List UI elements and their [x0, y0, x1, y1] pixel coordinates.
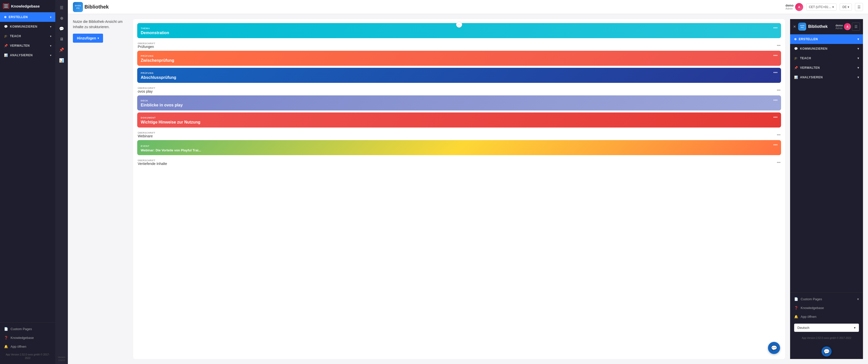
right-chevron-4: ▾: [858, 75, 859, 79]
nav-item-verwalten[interactable]: 📌 VERWALTEN ▾: [0, 41, 55, 51]
chat-bubble[interactable]: 💬: [768, 342, 780, 354]
heading-row-webinare[interactable]: ÜBERSCHRIFT Webinare •••: [137, 130, 781, 139]
library-list[interactable]: − THEMA Demonstration ••• ÜBERSCHRIFT Pr…: [133, 19, 785, 359]
bottom-nav-app-offnen[interactable]: 🔔 App öffnen: [0, 342, 55, 351]
three-dots-1[interactable]: •••: [777, 43, 780, 47]
nav-label-analysieren: ANALYSIEREN: [10, 54, 33, 57]
card-einblicke[interactable]: DECK Einblicke in ovos play •••: [137, 95, 781, 110]
close-button[interactable]: ✕: [793, 25, 796, 29]
nav-item-kommunizieren[interactable]: 💬 KOMMUNIZIEREN ▾: [0, 22, 55, 31]
language-selector[interactable]: DE ▾: [840, 3, 852, 10]
top-bar-right: demo Admin A CET (UTC+01:... ▾ DE ▾ ☰: [785, 3, 863, 11]
heading-row-ovos-play[interactable]: ÜBERSCHRIFT ovos play •••: [137, 85, 781, 94]
add-button[interactable]: Hinzufügen ▾: [73, 34, 103, 43]
right-pin-icon: 📌: [794, 66, 798, 70]
mini-pin-icon[interactable]: 📌: [57, 45, 67, 55]
card-menu-icon-5[interactable]: •••: [773, 98, 778, 102]
right-nav-kommunizieren[interactable]: 💬 KOMMUNIZIEREN ▾: [790, 44, 863, 54]
right-chat-bubble[interactable]: 💬: [822, 346, 832, 357]
card-menu-icon-2[interactable]: •••: [773, 53, 778, 58]
right-version: App Version 2.52.0 ovos gmbh © 2017-2022: [790, 334, 863, 342]
lang-select-chevron: ▾: [854, 326, 856, 330]
menu-lines-icon: ☰: [858, 5, 861, 9]
right-nav-teach[interactable]: 🎓 TEACH ▾: [790, 54, 863, 63]
card-webinar-event[interactable]: EVENT Webinar: Die Vorteile von Playful …: [137, 140, 781, 155]
heading-label-3: ÜBERSCHRIFT: [138, 159, 167, 162]
mini-menu-icon[interactable]: ☰: [57, 2, 67, 12]
right-graduation-icon: 🎓: [794, 57, 798, 60]
right-chevron-2: ▾: [858, 57, 859, 60]
heading-label-1: ÜBERSCHRIFT: [138, 87, 155, 89]
right-bottom-app-offnen[interactable]: 🔔 App öffnen: [790, 312, 863, 321]
right-bottom-items: 📄 Custom Pages ▾ ❓ Knowledgebase 🔔 App ö…: [790, 293, 863, 344]
bottom-nav-custom-pages[interactable]: 📄 Custom Pages: [0, 325, 55, 333]
nav-item-erstellen[interactable]: ⊕ ERSTELLEN ▾: [0, 12, 55, 22]
right-user-name: demo: [836, 24, 843, 27]
message-icon: 💬: [4, 25, 8, 28]
mini-version: Version 2.52.0: [55, 354, 68, 364]
content-area: Nutze die Bibliothek-Ansicht um Inhalte …: [68, 14, 868, 364]
scroll-collapse-button[interactable]: −: [456, 22, 462, 28]
panel-description: Nutze die Bibliothek-Ansicht um Inhalte …: [73, 19, 128, 30]
right-menu-btn[interactable]: ☰: [852, 23, 860, 31]
right-panel: ✕ OVOS play Bibliothek demo Admin A: [790, 19, 863, 359]
file-icon: 📄: [4, 327, 8, 331]
language-select[interactable]: Deutsch ▾: [794, 324, 859, 332]
right-panel-header: ✕ OVOS play Bibliothek demo Admin A: [790, 19, 863, 34]
heading-row-pruefungen[interactable]: ÜBERSCHRIFT Prüfungen •••: [137, 40, 781, 50]
right-user-info: demo Admin A ☰: [836, 23, 860, 31]
card-menu-icon-6[interactable]: •••: [773, 115, 778, 120]
notifications-button[interactable]: ☰: [855, 3, 863, 11]
right-file-icon: 📄: [794, 297, 798, 301]
right-bottom-knowledgebase[interactable]: ❓ Knowledgebase: [790, 303, 863, 312]
card-menu-icon-0[interactable]: •••: [773, 26, 778, 30]
heading-title-webinare: Webinare: [138, 134, 155, 138]
three-dots-7[interactable]: •••: [777, 133, 780, 137]
nav-item-teach[interactable]: 🎓 TEACH ▾: [0, 31, 55, 41]
mini-plus-icon[interactable]: ⊕: [57, 13, 67, 23]
add-label: Hinzufügen: [77, 36, 96, 40]
right-panel-title: Bibliothek: [808, 24, 828, 29]
heading-title-vertiefende: Vertiefende Inhalte: [138, 162, 167, 166]
hamburger-icon[interactable]: [3, 3, 9, 8]
card-zwischenpruefung[interactable]: PRÜFUNG Zwischenprüfung •••: [137, 51, 781, 66]
right-bell-icon: 🔔: [794, 315, 798, 319]
card-title-wichtige-hinweise: Wichtige Hinweise zur Nutzung: [141, 120, 773, 125]
three-dots-4[interactable]: •••: [777, 88, 780, 92]
three-dots-9[interactable]: •••: [777, 160, 780, 164]
chevron-down-icon: ▾: [50, 16, 52, 19]
right-nav-section: ⊕ ERSTELLEN ▾ 💬 KOMMUNIZIEREN ▾ 🎓 TEAC: [790, 34, 863, 82]
mini-screen-icon[interactable]: 🖥: [57, 34, 67, 44]
graduation-icon: 🎓: [4, 34, 8, 38]
card-label-thema: THEMA: [141, 27, 773, 30]
page-title: Bibliothek: [85, 4, 109, 10]
right-nav-verwalten[interactable]: 📌 VERWALTEN ▾: [790, 63, 863, 72]
mini-chart-icon[interactable]: 📊: [57, 55, 67, 65]
card-abschlusspruefung[interactable]: PRÜFUNG Abschlussprüfung •••: [137, 68, 781, 83]
heading-title-pruefungen: Prüfungen: [138, 45, 155, 49]
bottom-nav-knowledgebase[interactable]: ❓ Knowledgebase: [0, 333, 55, 342]
right-chevron-1: ▾: [858, 47, 859, 51]
user-info: demo Admin A: [785, 3, 803, 11]
card-menu-icon-8[interactable]: •••: [773, 142, 778, 147]
right-nav-erstellen[interactable]: ⊕ ERSTELLEN ▾: [790, 34, 863, 44]
nav-label-kommunizieren: KOMMUNIZIEREN: [10, 25, 37, 28]
user-name: demo: [785, 4, 794, 7]
help-circle-icon: ❓: [4, 336, 8, 340]
right-help-icon: ❓: [794, 306, 798, 310]
nav-label-erstellen: ERSTELLEN: [9, 15, 28, 19]
heading-title-ovos-play: ovos play: [138, 89, 155, 93]
main-content: OVOS play Bibliothek demo Admin A CET (U…: [68, 0, 868, 364]
nav-item-analysieren[interactable]: 📊 ANALYSIEREN ▾: [0, 51, 55, 60]
card-menu-icon-3[interactable]: •••: [773, 70, 778, 75]
card-wichtige-hinweise[interactable]: DOKUMENT Wichtige Hinweise zur Nutzung •…: [137, 112, 781, 128]
timezone-selector[interactable]: CET (UTC+01:... ▾: [806, 3, 837, 10]
timezone-label: CET (UTC+01:...: [809, 5, 831, 9]
right-bottom-custom-pages[interactable]: 📄 Custom Pages ▾: [790, 295, 863, 303]
mini-message-icon[interactable]: 💬: [57, 24, 67, 34]
pin-icon: 📌: [4, 44, 8, 47]
top-bar: OVOS play Bibliothek demo Admin A CET (U…: [68, 0, 868, 14]
heading-row-vertiefende[interactable]: ÜBERSCHRIFT Vertiefende Inhalte •••: [137, 157, 781, 167]
right-nav-analysieren[interactable]: 📊 ANALYSIEREN ▾: [790, 72, 863, 82]
circle-plus-icon: ⊕: [4, 15, 7, 19]
